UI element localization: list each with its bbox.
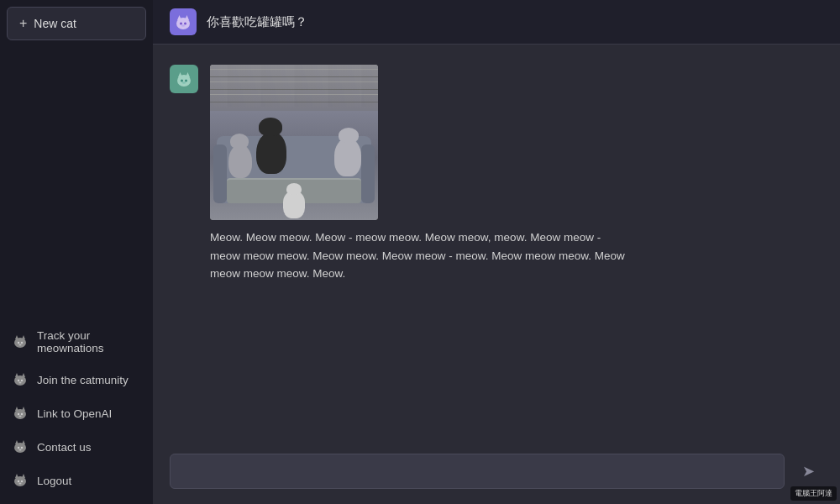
new-cat-button[interactable]: + New cat	[7, 7, 146, 40]
svg-marker-38	[186, 72, 190, 77]
svg-point-39	[181, 80, 183, 82]
svg-point-33	[180, 23, 182, 25]
track-icon	[12, 333, 29, 350]
cat-image	[210, 65, 378, 220]
main-wrapper: 你喜歡吃罐罐嗎？	[153, 0, 840, 504]
main-content: 你喜歡吃罐罐嗎？	[153, 0, 840, 504]
chat-header: 你喜歡吃罐罐嗎？	[153, 0, 840, 45]
contact-icon	[12, 438, 29, 455]
svg-point-17	[19, 416, 22, 417]
svg-point-40	[185, 80, 187, 82]
sidebar: + New cat Track your meownations	[0, 0, 153, 504]
svg-marker-2	[22, 335, 25, 339]
svg-point-35	[181, 24, 185, 26]
plus-icon: +	[19, 16, 27, 31]
sidebar-item-join[interactable]: Join the catmunity	[0, 363, 153, 396]
chat-area: Meow. Meow meow. Meow - meow meow. Meow …	[153, 45, 840, 442]
sidebar-item-link[interactable]: Link to OpenAI	[0, 396, 153, 430]
svg-point-23	[19, 449, 22, 451]
svg-point-29	[19, 483, 22, 485]
svg-marker-19	[15, 440, 18, 444]
svg-point-22	[21, 447, 23, 449]
svg-point-27	[18, 480, 19, 482]
svg-marker-13	[15, 407, 18, 411]
svg-marker-32	[185, 15, 189, 20]
svg-marker-1	[15, 335, 18, 339]
svg-point-10	[21, 380, 23, 381]
sidebar-item-track[interactable]: Track your meownations	[0, 321, 153, 363]
svg-marker-20	[22, 440, 25, 444]
logout-label: Logout	[37, 475, 71, 487]
message-input[interactable]	[170, 454, 785, 489]
svg-point-9	[18, 380, 19, 381]
join-label: Join the catmunity	[37, 374, 129, 386]
svg-point-21	[18, 447, 19, 449]
sidebar-item-contact[interactable]: Contact us	[0, 430, 153, 464]
svg-point-34	[184, 23, 186, 25]
input-area: ➤	[153, 442, 840, 504]
svg-point-41	[182, 81, 186, 83]
message-content: Meow. Meow meow. Meow - meow meow. Meow …	[210, 65, 630, 283]
sidebar-item-logout[interactable]: Logout	[0, 464, 153, 497]
svg-point-28	[21, 480, 23, 482]
send-button[interactable]: ➤	[793, 456, 823, 486]
new-cat-label: New cat	[34, 17, 76, 30]
sidebar-bottom-nav: Track your meownations Join the catmunit…	[0, 314, 153, 504]
header-title: 你喜歡吃罐罐嗎？	[207, 14, 307, 30]
svg-point-15	[18, 413, 19, 415]
message-row: Meow. Meow meow. Meow - meow meow. Meow …	[170, 65, 823, 283]
svg-point-11	[19, 382, 22, 384]
svg-point-5	[19, 344, 22, 346]
link-label: Link to OpenAI	[37, 407, 112, 420]
svg-marker-14	[22, 407, 25, 411]
message-text: Meow. Meow meow. Meow - meow meow. Meow …	[210, 228, 630, 283]
svg-marker-25	[15, 474, 18, 478]
track-label: Track your meownations	[37, 329, 141, 354]
svg-marker-26	[22, 474, 25, 478]
link-icon	[12, 405, 29, 422]
svg-point-16	[21, 413, 23, 415]
logout-icon	[12, 472, 29, 489]
send-icon: ➤	[802, 462, 815, 480]
svg-marker-7	[15, 373, 18, 377]
svg-marker-8	[22, 373, 25, 377]
join-icon	[12, 371, 29, 388]
svg-marker-37	[178, 72, 182, 77]
message-avatar	[170, 65, 198, 93]
svg-point-3	[18, 342, 19, 344]
svg-marker-31	[177, 15, 181, 20]
svg-point-4	[21, 342, 23, 344]
contact-label: Contact us	[37, 441, 92, 454]
header-avatar	[170, 8, 197, 35]
